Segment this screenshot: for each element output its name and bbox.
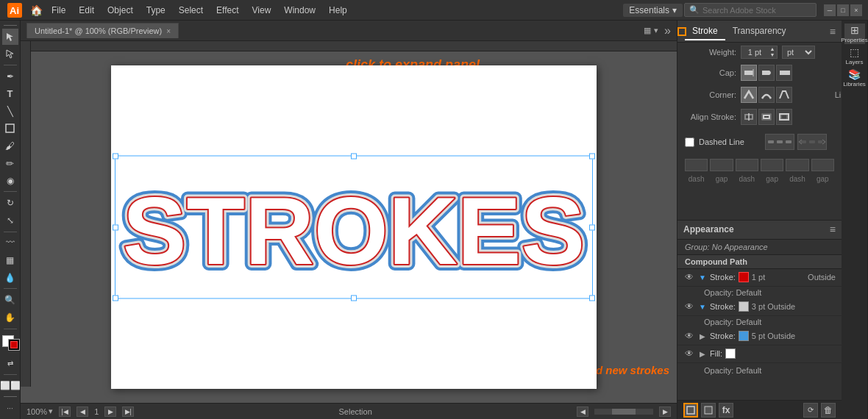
corner-bevel-btn[interactable] <box>776 87 792 103</box>
weight-up[interactable]: ▲ <box>768 46 777 52</box>
cap-butt-btn[interactable] <box>741 65 757 81</box>
menu-type[interactable]: Type <box>140 4 171 17</box>
cap-round-btn[interactable] <box>758 65 775 81</box>
gap-1-input[interactable] <box>710 159 733 171</box>
stroke-tab-transparency[interactable]: Transparency <box>725 23 794 40</box>
stroke-swatch-1[interactable] <box>739 301 749 312</box>
handle-tr[interactable] <box>589 154 595 160</box>
last-page-btn[interactable]: ▶| <box>122 407 134 417</box>
menu-file[interactable]: File <box>46 4 71 17</box>
horizontal-scrollbar[interactable] <box>594 409 653 415</box>
weight-unit-select[interactable]: ptpxmm <box>782 46 815 59</box>
gap-3-input[interactable] <box>811 159 834 171</box>
panel-toggle-right[interactable]: » <box>664 24 671 37</box>
layers-panel-btn[interactable]: ⬚ Layers <box>844 46 865 66</box>
home-btn[interactable]: 🏠 <box>28 2 44 18</box>
handle-mr[interactable] <box>589 224 595 230</box>
handle-bl[interactable] <box>113 296 118 301</box>
menu-window[interactable]: Window <box>278 4 321 17</box>
pencil-tool[interactable]: ✏ <box>2 155 18 171</box>
dashed-adjust-btn[interactable] <box>797 134 827 150</box>
cap-square-btn[interactable] <box>776 65 792 81</box>
pen-tool[interactable]: ✒ <box>2 68 18 85</box>
weight-spinner[interactable]: ▲ ▼ <box>741 46 778 59</box>
paintbrush-tool[interactable]: 🖌 <box>2 138 18 154</box>
arrange-docs-btn[interactable]: ▦ ▾ <box>644 26 658 35</box>
properties-panel-btn[interactable]: ⊞ Properties <box>844 24 865 44</box>
maximize-button[interactable]: □ <box>837 4 849 16</box>
warp-tool[interactable]: 〰 <box>2 235 18 251</box>
add-effect-btn[interactable]: fx <box>719 403 733 418</box>
handle-br[interactable] <box>589 296 595 301</box>
scroll-right-btn[interactable]: ▶ <box>659 407 671 417</box>
dashed-line-checkbox[interactable] <box>685 137 694 147</box>
scale-tool[interactable]: ⤡ <box>2 212 18 229</box>
artboards-tool[interactable]: ⬜⬜ <box>2 378 18 394</box>
minimize-button[interactable]: ─ <box>824 4 836 16</box>
hand-tool[interactable]: ✋ <box>2 309 18 326</box>
add-new-stroke-btn[interactable] <box>683 403 698 418</box>
reorder-btn[interactable]: ⟳ <box>803 403 818 418</box>
menu-edit[interactable]: Edit <box>73 4 100 17</box>
menu-effect[interactable]: Effect <box>210 4 244 17</box>
zoom-dropdown-arrow[interactable]: ▾ <box>49 407 53 416</box>
search-input[interactable] <box>702 6 805 15</box>
zoom-tool[interactable]: 🔍 <box>2 292 18 308</box>
stroke-swatch-0[interactable] <box>739 272 749 282</box>
gradient-tool[interactable]: ▦ <box>2 252 18 268</box>
prev-page-btn[interactable]: ◀ <box>77 407 88 417</box>
dash-2-input[interactable] <box>736 159 758 171</box>
dash-3-input[interactable] <box>786 159 808 171</box>
dash-1-input[interactable] <box>685 159 708 171</box>
libraries-panel-btn[interactable]: 📚 Libraries <box>844 68 865 88</box>
visibility-toggle-0[interactable]: 👁 <box>683 271 695 283</box>
corner-round-btn[interactable] <box>758 87 775 103</box>
appearance-menu-btn[interactable]: ≡ <box>830 223 836 235</box>
stroke-tab-stroke[interactable]: Stroke <box>685 23 725 40</box>
delete-item-btn[interactable]: 🗑 <box>821 403 836 418</box>
visibility-toggle-1[interactable]: 👁 <box>683 301 695 312</box>
more-tools[interactable]: ··· <box>2 400 18 416</box>
rotate-tool[interactable]: ↻ <box>2 195 18 211</box>
direct-select-tool[interactable] <box>2 46 18 62</box>
handle-tl[interactable] <box>113 154 118 160</box>
align-inside-btn[interactable] <box>758 109 775 125</box>
select-tool[interactable] <box>2 29 18 45</box>
expand-arrow-0[interactable]: ▼ <box>698 273 707 282</box>
corner-miter-btn[interactable] <box>741 87 757 103</box>
align-center-btn[interactable] <box>741 109 757 125</box>
expand-arrow-1[interactable]: ▼ <box>698 302 707 311</box>
blob-tool[interactable]: ◉ <box>2 173 18 189</box>
document-tab[interactable]: Untitled-1* @ 100% (RGB/Preview) × <box>26 23 179 38</box>
rect-tool[interactable] <box>2 121 18 137</box>
workspace-selector[interactable]: Essentials ▾ <box>623 4 683 17</box>
stroke-swatch-2[interactable] <box>739 331 749 341</box>
align-outside-btn[interactable] <box>776 109 792 125</box>
menu-help[interactable]: Help <box>323 4 353 17</box>
line-tool[interactable]: ╲ <box>2 103 18 119</box>
scroll-left-btn[interactable]: ◀ <box>577 407 588 417</box>
close-button[interactable]: × <box>850 4 862 16</box>
tab-close-button[interactable]: × <box>166 27 171 35</box>
menu-select[interactable]: Select <box>173 4 209 17</box>
expand-arrow-3[interactable]: ▶ <box>698 349 707 358</box>
next-page-btn[interactable]: ▶ <box>104 407 116 417</box>
swap-colors[interactable]: ⇄ <box>2 355 18 371</box>
stroke-panel-menu[interactable]: ≡ <box>830 26 836 37</box>
add-new-fill-btn[interactable] <box>701 403 716 418</box>
menu-object[interactable]: Object <box>102 4 139 17</box>
visibility-toggle-2[interactable]: 👁 <box>683 330 695 342</box>
first-page-btn[interactable]: |◀ <box>59 407 71 417</box>
type-tool[interactable]: T <box>2 86 18 102</box>
expand-arrow-2[interactable]: ▶ <box>698 332 707 340</box>
menu-view[interactable]: View <box>246 4 277 17</box>
dashed-preserve-btn[interactable] <box>765 134 794 150</box>
visibility-toggle-3[interactable]: 👁 <box>683 348 695 359</box>
weight-input[interactable] <box>741 47 768 57</box>
gap-2-input[interactable] <box>761 159 783 171</box>
fill-swatch[interactable] <box>725 348 736 359</box>
eyedropper-tool[interactable]: 💧 <box>2 270 18 286</box>
weight-down[interactable]: ▼ <box>768 52 777 58</box>
color-swatches[interactable] <box>1 334 20 353</box>
handle-ml[interactable] <box>113 224 118 230</box>
